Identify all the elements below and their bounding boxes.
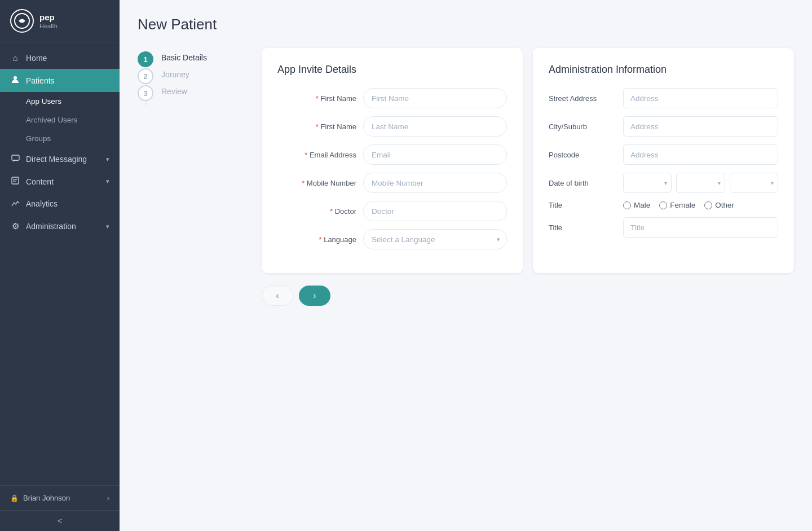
step-label-3: Review (161, 84, 187, 96)
lock-icon: 🔒 (10, 494, 19, 502)
next-button[interactable]: › (299, 286, 330, 306)
sidebar-item-label: Analytics (26, 199, 58, 208)
other-radio-label[interactable]: Other (704, 201, 734, 209)
dob-year-select[interactable] (730, 173, 778, 193)
step-label-2: Joruney (161, 67, 189, 79)
sidebar-item-groups[interactable]: Groups (0, 129, 120, 148)
sidebar: pep Health ⌂ Home Patients App Users Arc… (0, 0, 120, 531)
main-content: New Patient 1 Basic Details 2 Joruney (120, 0, 812, 531)
gender-label: Title (549, 201, 616, 209)
sidebar-item-direct-messaging[interactable]: Direct Messaging ▾ (0, 148, 120, 170)
doctor-input[interactable] (363, 201, 507, 221)
step-circle-3: 3 (138, 85, 153, 101)
female-label: Female (670, 201, 695, 209)
dob-selects: ▾ ▾ ▾ (623, 173, 778, 193)
dob-row: Date of birth ▾ ▾ (549, 173, 778, 193)
svg-rect-3 (12, 177, 19, 184)
step-circle-1: 1 (138, 51, 153, 67)
step-3: 3 Review (138, 84, 250, 101)
sidebar-footer: 🔒 Brian Johnson › (0, 485, 120, 510)
dob-day-select[interactable] (623, 173, 672, 193)
sidebar-item-content[interactable]: Content ▾ (0, 170, 120, 192)
city-row: City/Suburb (549, 116, 778, 137)
sidebar-item-patients[interactable]: Patients (0, 69, 120, 92)
mobile-label: * Mobile Number (277, 179, 356, 187)
gender-radio-group: Male Female Other (623, 201, 778, 209)
svg-rect-2 (12, 155, 19, 160)
mobile-input[interactable] (363, 173, 507, 193)
app-invite-title: App Invite Details (277, 64, 507, 76)
logo-icon (10, 9, 34, 33)
sidebar-item-label: Home (26, 54, 47, 63)
postcode-input[interactable] (623, 144, 778, 165)
footer-chevron-icon[interactable]: › (107, 494, 109, 502)
sidebar-subitem-label: App Users (26, 97, 61, 106)
first-name-label: * First Name (277, 94, 356, 103)
prev-icon: ‹ (276, 291, 279, 301)
sidebar-collapse-button[interactable]: < (0, 510, 120, 531)
male-label: Male (634, 201, 650, 209)
admin-info-card: Administration Information Street Addres… (533, 48, 794, 273)
logo-text: pep (39, 12, 58, 23)
sidebar-item-app-users[interactable]: App Users (0, 92, 120, 111)
last-name-input[interactable] (363, 116, 507, 137)
stepper: 1 Basic Details 2 Joruney 3 Review (138, 48, 262, 101)
dob-month-select[interactable] (676, 173, 725, 193)
email-label: * Email Address (277, 151, 356, 159)
postcode-label: Postcode (549, 151, 616, 159)
title2-label: Title (549, 223, 616, 232)
prev-button[interactable]: ‹ (262, 286, 293, 306)
admin-info-title: Administration Information (549, 64, 778, 76)
sidebar-item-label: Administration (26, 222, 76, 231)
dob-year-wrap: ▾ (730, 173, 778, 193)
street-address-row: Street Address (549, 88, 778, 108)
page-title: New Patient (138, 16, 794, 33)
male-radio[interactable] (623, 201, 631, 209)
step-circle-2: 2 (138, 68, 153, 84)
stepper-list: 1 Basic Details 2 Joruney 3 Review (138, 48, 250, 101)
other-radio[interactable] (704, 201, 712, 209)
logo-subtext: Health (39, 23, 58, 29)
user-profile[interactable]: 🔒 Brian Johnson (10, 494, 70, 502)
patients-icon (10, 75, 20, 86)
language-select[interactable]: Select a Language English French German … (363, 229, 507, 249)
city-input[interactable] (623, 116, 778, 137)
sidebar-item-archived-users[interactable]: Archived Users (0, 111, 120, 129)
gear-icon: ⚙ (10, 221, 20, 231)
app-invite-card: App Invite Details * First Name * First … (262, 48, 523, 273)
postcode-row: Postcode (549, 144, 778, 165)
step-1: 1 Basic Details (138, 50, 250, 67)
email-input[interactable] (363, 144, 507, 165)
last-name-row: * First Name (277, 116, 507, 137)
sidebar-item-label: Direct Messaging (26, 155, 87, 164)
nav-buttons: ‹ › (138, 286, 794, 306)
language-row: * Language Select a Language English Fre… (277, 229, 507, 249)
sidebar-item-analytics[interactable]: Analytics (0, 192, 120, 215)
dob-day-wrap: ▾ (623, 173, 672, 193)
female-radio[interactable] (659, 201, 667, 209)
title-row: Title (549, 217, 778, 238)
svg-point-1 (14, 76, 17, 80)
sidebar-item-administration[interactable]: ⚙ Administration ▾ (0, 215, 120, 238)
city-label: City/Suburb (549, 122, 616, 131)
street-address-label: Street Address (549, 94, 616, 103)
language-select-wrap: Select a Language English French German … (363, 229, 507, 249)
first-name-row: * First Name (277, 88, 507, 108)
male-radio-label[interactable]: Male (623, 201, 650, 209)
wizard-layout: 1 Basic Details 2 Joruney 3 Review (138, 48, 794, 273)
street-address-input[interactable] (623, 88, 778, 108)
sidebar-item-home[interactable]: ⌂ Home (0, 47, 120, 69)
sidebar-subitem-label: Archived Users (26, 116, 78, 124)
doctor-row: * Doctor (277, 201, 507, 221)
language-label: * Language (277, 235, 356, 244)
female-radio-label[interactable]: Female (659, 201, 695, 209)
other-label: Other (715, 201, 734, 209)
step-2: 2 Joruney (138, 67, 250, 84)
title-input[interactable] (623, 217, 778, 238)
first-name-input[interactable] (363, 88, 507, 108)
gender-row: Title Male Female Other (549, 201, 778, 209)
step-label-1: Basic Details (161, 50, 207, 62)
next-icon: › (313, 291, 316, 301)
username: Brian Johnson (23, 494, 70, 502)
content-icon (10, 177, 20, 186)
